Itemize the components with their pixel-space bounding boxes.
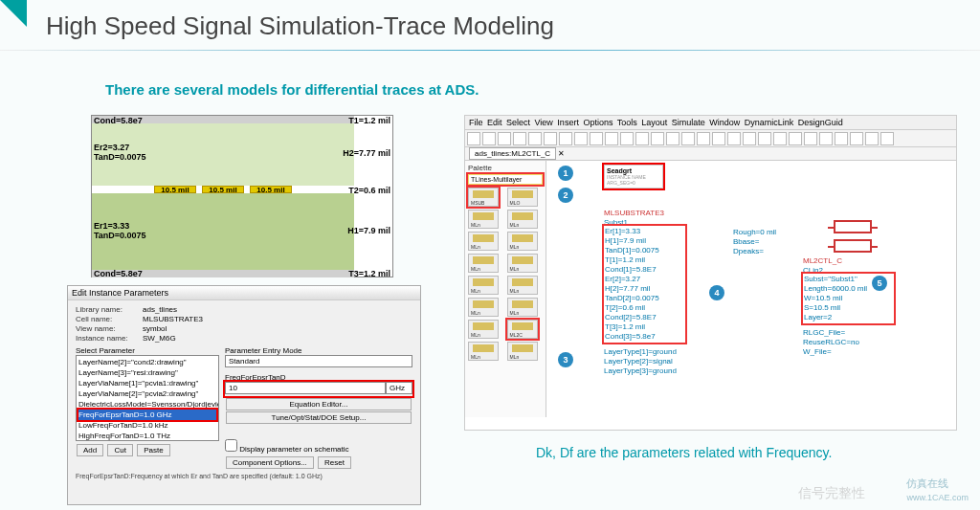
- paste-button[interactable]: Paste: [137, 444, 169, 456]
- stackup-diagram: Cond=5.8e7 T1=1.2 mil Er2=3.27 TanD=0.00…: [91, 115, 393, 277]
- subtitle: There are several models for differentia…: [105, 81, 479, 98]
- component-extra: RLGC_File=ReuseRLGC=noW_File=: [803, 328, 859, 357]
- param-value-input[interactable]: 10: [225, 382, 386, 394]
- palette-item[interactable]: [468, 320, 499, 339]
- label: Cond=5.8e7: [94, 269, 143, 278]
- label: H1=7.9 mil: [347, 226, 390, 235]
- cut-button[interactable]: Cut: [107, 444, 132, 456]
- entry-mode-select[interactable]: Standard: [225, 355, 412, 367]
- parameter-list[interactable]: LayerName[2]="cond2:drawing" LayerName[3…: [76, 355, 219, 441]
- toolbar[interactable]: [465, 130, 956, 147]
- palette-item[interactable]: [507, 210, 538, 229]
- view-name: symbol: [143, 324, 167, 333]
- label: TanD=0.0075: [94, 231, 146, 240]
- insert-box: Seadgrt INSTANCE NAMEARG_SEG=0: [604, 165, 663, 188]
- dialog-title: Edit Instance Parameters: [68, 286, 420, 300]
- palette-item[interactable]: [507, 298, 538, 317]
- palette-item[interactable]: [507, 188, 538, 207]
- palette-item[interactable]: [507, 276, 538, 295]
- cell-name: MLSUBSTRATE3: [143, 315, 203, 323]
- ads-window: File Edit Select View Insert Options Too…: [464, 115, 957, 431]
- bottom-note: Dk, Df are the parameters related with F…: [536, 445, 832, 460]
- watermark-chinese: 信号完整性: [798, 485, 865, 502]
- entry-mode-header: Parameter Entry Mode: [225, 346, 412, 355]
- component-options-button[interactable]: Component Options...: [226, 456, 314, 469]
- substrate-params: Er[1]=3.33H[1]=7.9 mil TanD[1]=0.0075T[1…: [604, 226, 685, 343]
- palette-item[interactable]: [468, 210, 499, 229]
- palette-item[interactable]: [507, 232, 538, 251]
- component-name: ML2CTL_C: [803, 256, 842, 266]
- label: TanD=0.0075: [94, 152, 146, 162]
- terminal-icon: [834, 220, 872, 233]
- unit-select[interactable]: GHz: [386, 382, 412, 394]
- menu-bar[interactable]: File Edit Select View Insert Options Too…: [465, 116, 956, 130]
- palette-item[interactable]: [507, 342, 538, 361]
- layer-types: LayerType[1]=groundLayerType[2]=signalLa…: [604, 347, 677, 376]
- label: T1=1.2 mil: [348, 116, 390, 125]
- edit-instance-dialog: Edit Instance Parameters Library name:ad…: [67, 285, 421, 505]
- selected-parameter[interactable]: FreqForEpsrTanD=1.0 GHz: [78, 410, 216, 420]
- entry-label: FreqForEpsrTanD: [225, 373, 412, 382]
- palette-item-mlsubstrate[interactable]: [468, 188, 499, 207]
- help-text: FreqForEpsrTanD:Frequency at which Er an…: [76, 473, 412, 479]
- label: H2=7.77 mil: [343, 148, 390, 158]
- palette-item[interactable]: [507, 254, 538, 273]
- palette-item-ml2ctl[interactable]: [507, 320, 538, 339]
- callout-2: 2: [558, 188, 573, 203]
- callout-4: 4: [709, 285, 724, 300]
- add-button[interactable]: Add: [77, 444, 103, 456]
- callout-1: 1: [558, 166, 573, 181]
- palette-header: Palette: [468, 164, 543, 172]
- equation-editor-button[interactable]: Equation Editor...: [226, 398, 412, 410]
- page-title: High Speed Signal Simulation-Trace Model…: [46, 11, 554, 41]
- schematic-tab[interactable]: ads_tlines:ML2CTL_C: [469, 147, 556, 160]
- substrate-right-params: Rough=0 milBbase=Dpeaks=: [733, 228, 776, 256]
- substrate-name: MLSUBSTRATE3: [604, 209, 664, 218]
- label: T2=0.6 mil: [348, 186, 390, 195]
- palette-item[interactable]: [468, 276, 499, 295]
- trace: 10.5 mil: [154, 186, 196, 193]
- display-on-schematic-checkbox[interactable]: [225, 439, 237, 452]
- label: Er2=3.27: [94, 143, 129, 152]
- palette-item[interactable]: [468, 298, 499, 317]
- callout-3: 3: [558, 352, 573, 367]
- palette-item[interactable]: [468, 254, 499, 273]
- divider: [0, 50, 980, 51]
- trace: 10.5 mil: [202, 186, 244, 193]
- palette-item[interactable]: [468, 342, 499, 361]
- tune-opt-button[interactable]: Tune/Opt/Stat/DOE Setup...: [226, 411, 412, 424]
- library-name: ads_tlines: [143, 305, 177, 314]
- select-param-header: Select Parameter: [76, 346, 219, 355]
- label: T3=1.2 mil: [348, 269, 390, 278]
- component-params: Subst="Subst1"Length=6000.0 mil W=10.5 m…: [803, 274, 894, 323]
- reset-button[interactable]: Reset: [318, 456, 351, 469]
- label: Er1=3.33: [94, 221, 129, 231]
- corner-triangle: [0, 0, 27, 27]
- instance-name: SW_M6G: [143, 334, 176, 343]
- palette-panel: Palette TLines-Multilayer: [465, 161, 546, 417]
- trace: 10.5 mil: [250, 186, 292, 193]
- close-icon[interactable]: ✕: [558, 149, 565, 158]
- terminal-icon: [834, 239, 872, 253]
- schematic-canvas[interactable]: 1 2 3 4 5 Seadgrt INSTANCE NAMEARG_SEG=0…: [546, 161, 956, 417]
- palette-library-select[interactable]: TLines-Multilayer: [468, 174, 543, 185]
- palette-item[interactable]: [468, 232, 499, 251]
- watermark: 仿真在线 www.1CAE.com: [906, 477, 969, 502]
